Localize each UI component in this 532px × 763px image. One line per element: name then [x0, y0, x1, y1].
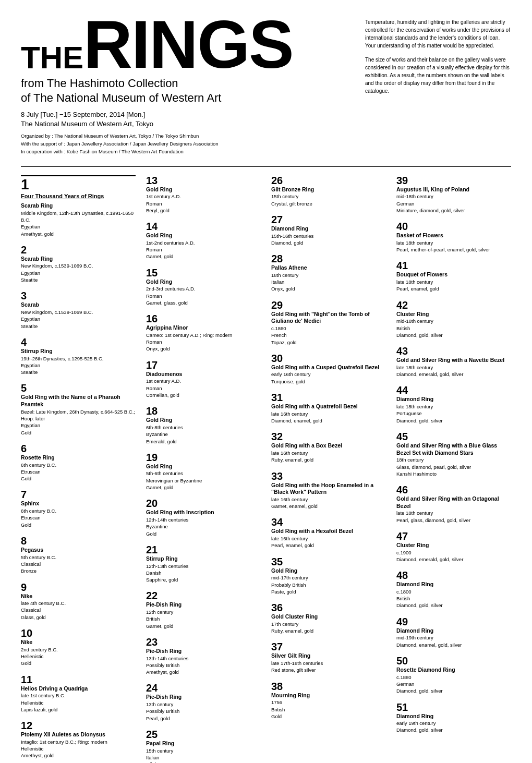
list-item: 49 Diamond Ring mid-19th centuryDiamond,…: [396, 616, 511, 648]
item-number: 33: [271, 471, 386, 481]
right-para-2: The size of works and their balance on t…: [365, 56, 511, 95]
page: THE RINGS from The Hashimoto Collection …: [0, 0, 532, 763]
item-number: 3: [21, 290, 136, 301]
list-item: 16 Agrippina Minor Cameo: 1st century A.…: [146, 313, 261, 353]
item-detail: late 16th centuryPearl, enamel, gold: [271, 535, 386, 549]
item-title: Cluster Ring: [396, 311, 511, 318]
item-number: 13: [146, 175, 261, 186]
item-number: 27: [271, 214, 386, 225]
item-number: 10: [21, 628, 136, 638]
item-detail: Bezel: Late Kingdom, 26th Dynasty, c.664…: [21, 408, 136, 436]
item-detail: late 1st century B.C.HellenisticLapis la…: [21, 692, 136, 713]
column-3: 26 Gilt Bronze Ring 15th centuryCrystal,…: [271, 175, 386, 763]
item-detail: 13th-14th centuriesPossibly BritishAmeth…: [146, 655, 261, 676]
section-header: 1 Four Thousand Years of Rings: [21, 175, 136, 200]
list-item: 50 Rosette Diamond Ring c.1880GermanDiam…: [396, 656, 511, 695]
item-detail: 15th centuryItalianGilt bronze: [146, 747, 261, 763]
item-title: Augustus III, King of Poland: [396, 186, 511, 193]
subtitle2: of The National Museum of Western Art: [21, 91, 355, 106]
column-2: 13 Gold Ring 1st century A.D.RomanBeryl,…: [146, 175, 261, 763]
item-detail: Cameo: 1st century A.D.; Ring: modernRom…: [146, 332, 261, 353]
list-item: 43 Gold and Silver Ring with a Navette B…: [396, 346, 511, 378]
list-item: 14 Gold Ring 1st-2nd centuries A.D.Roman…: [146, 221, 261, 260]
item-detail: 6th century B.C.EtruscanGold: [21, 462, 136, 482]
item-detail: 17th centuryRuby, enamel, gold: [271, 621, 386, 635]
list-item: 28 Pallas Athene 18th centuryItalianOnyx…: [271, 253, 386, 293]
list-item: 9 Nike late 4th century B.C.ClassicalGla…: [21, 582, 136, 621]
item-detail: mid-18th centuryGermanMiniature, diamond…: [396, 193, 511, 214]
item-number: 47: [396, 531, 511, 541]
item-number: 6: [21, 443, 136, 454]
list-item: 31 Gold Ring with a Quatrefoil Bezel lat…: [271, 392, 386, 424]
item-number: 43: [396, 346, 511, 356]
item-title: Stirrup Ring: [21, 348, 136, 355]
item-number: 2: [21, 245, 136, 255]
list-item: 6 Rosette Ring 6th century B.C.EtruscanG…: [21, 443, 136, 482]
item-title: Gold Ring: [146, 186, 261, 193]
item-detail: 1756BritishGold: [271, 699, 386, 720]
item-detail: late 16th centuryRuby, enamel, gold: [271, 450, 386, 464]
item-title: Scarab Ring: [21, 202, 136, 210]
item-title: Diamond Ring: [396, 581, 511, 588]
item-title: Cluster Ring: [396, 542, 511, 549]
item-detail: 6th century B.C.EtruscanGold: [21, 507, 136, 528]
list-item: 12 Ptolemy XII Auletes as Dionysus Intag…: [21, 720, 136, 759]
item-title: Diamond Ring: [396, 627, 511, 635]
item-title: Stirrup Ring: [146, 555, 261, 563]
right-para-1: Temperature, humidity and lighting in th…: [365, 18, 511, 50]
org-block: Organized by : The National Museum of We…: [21, 132, 355, 156]
item-title: Gold and Silver Ring with a Navette Beze…: [396, 357, 511, 364]
item-number: 48: [396, 570, 511, 580]
the-text: THE: [21, 42, 83, 74]
item-number: 40: [396, 221, 511, 232]
list-item: 46 Gold and Silver Ring with an Octagona…: [396, 485, 511, 524]
item-title: Gold Ring: [146, 278, 261, 286]
list-item: 38 Mourning Ring 1756BritishGold: [271, 681, 386, 720]
item-title: Gold Cluster Ring: [271, 613, 386, 621]
item-number: 38: [271, 681, 386, 692]
item-number: 36: [271, 602, 386, 613]
item-title: Basket of Flowers: [396, 232, 511, 239]
museum-text: The National Museum of Western Art, Toky…: [21, 119, 355, 129]
list-item: 18 Gold Ring 6th-8th centuriesByzantineE…: [146, 406, 261, 445]
item-detail: 12th-14th centuriesByzantineGold: [146, 516, 261, 537]
item-number: 50: [396, 656, 511, 666]
item-title: Diadoumenos: [146, 371, 261, 378]
item-detail: late 16th centuryGarnet, enamel, gold: [271, 496, 386, 510]
item-number: 24: [146, 683, 261, 693]
item-number: 25: [146, 729, 261, 740]
list-item: 17 Diadoumenos 1st century A.D.RomanCorn…: [146, 360, 261, 399]
list-item: 39 Augustus III, King of Poland mid-18th…: [396, 175, 511, 214]
column-4: 39 Augustus III, King of Poland mid-18th…: [396, 175, 511, 763]
item-detail: 15th-16th centuriesDiamond, gold: [271, 233, 386, 247]
item-title: Silver Gilt Ring: [271, 652, 386, 660]
item-detail: early 19th centuryDiamond, gold, silver: [396, 720, 511, 734]
item-title: Scarab: [21, 301, 136, 309]
item-detail: 13th centuryPossibly BritishPearl, gold: [146, 701, 261, 722]
item-number: 8: [21, 536, 136, 546]
item-title: Pie-Dish Ring: [146, 648, 261, 655]
item-title: Pie-Dish Ring: [146, 601, 261, 609]
item-number: 35: [271, 556, 386, 567]
item-title: Pallas Athene: [271, 264, 386, 272]
item-title: Diamond Ring: [271, 225, 386, 233]
item-title: Nike: [21, 639, 136, 646]
list-item: 5 Gold Ring with the Name of a Pharaoh P…: [21, 383, 136, 435]
header: THE RINGS from The Hashimoto Collection …: [21, 16, 511, 156]
item-number: 4: [21, 337, 136, 347]
item-detail: c.1860FrenchTopaz, gold: [271, 325, 386, 346]
item-number: 1: [21, 177, 136, 192]
list-item: 44 Diamond Ring late 18th centuryPortugu…: [396, 385, 511, 424]
list-item: 2 Scarab Ring New Kingdom, c.1539-1069 B…: [21, 245, 136, 284]
item-title: Ptolemy XII Auletes as Dionysus: [21, 731, 136, 738]
organized-text: Organized by : The National Museum of We…: [21, 132, 355, 140]
item-number: 34: [271, 517, 386, 527]
list-item: 48 Diamond Ring c.1800BritishDiamond, go…: [396, 570, 511, 609]
item-detail: 1st century A.D.RomanBeryl, gold: [146, 193, 261, 214]
item-number: 12: [21, 720, 136, 731]
catalog-grid: 1 Four Thousand Years of Rings Scarab Ri…: [21, 175, 511, 763]
item-title: Gold and Silver Ring with an Octagonal B…: [396, 495, 511, 510]
title-block: THE RINGS from The Hashimoto Collection …: [21, 16, 355, 156]
list-item: 45 Gold and Silver Ring with a Blue Glas…: [396, 431, 511, 477]
item-detail: 5th-6th centuriesMerovingian or Byzantin…: [146, 470, 261, 491]
